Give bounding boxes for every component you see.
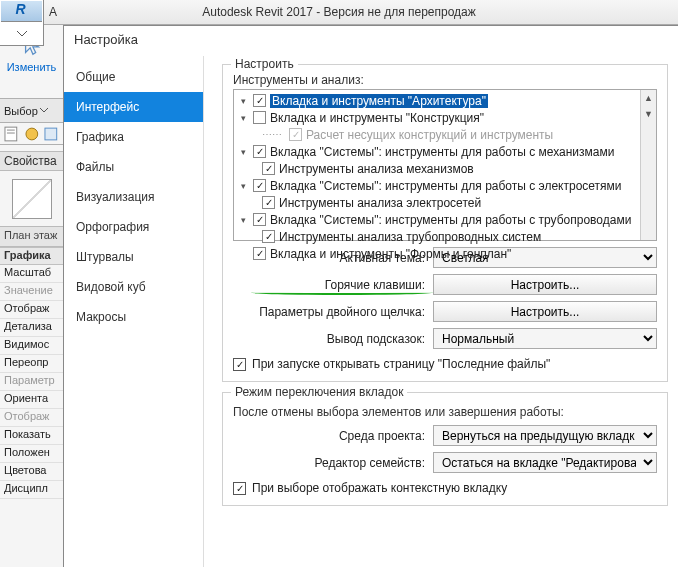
filter-icon[interactable] — [24, 126, 40, 142]
properties-table: МасштабЗначениеОтображДетализаВидимосПер… — [0, 265, 63, 499]
tooltip-select[interactable]: Нормальный — [433, 328, 657, 349]
scroll-up-icon[interactable]: ▲ — [641, 90, 656, 106]
property-row[interactable]: Отображ — [0, 409, 63, 427]
collapse-icon[interactable]: ▾ — [238, 95, 249, 106]
tree-item-label: Вкладка "Системы": инструменты для работ… — [270, 179, 622, 193]
tree-checkbox[interactable]: ✓ — [262, 196, 275, 209]
property-row[interactable]: Значение — [0, 283, 63, 301]
property-row[interactable]: Масштаб — [0, 265, 63, 283]
property-row[interactable]: Ориента — [0, 391, 63, 409]
property-row[interactable]: Отображ — [0, 301, 63, 319]
tree-item[interactable]: ▾✓Вкладка "Системы": инструменты для раб… — [234, 177, 656, 194]
tree-checkbox[interactable]: ✓ — [253, 145, 266, 158]
tree-scrollbar[interactable]: ▲ ▼ — [640, 90, 656, 240]
sidebar-item-macros[interactable]: Макросы — [64, 302, 203, 332]
tree-item-label: Вкладка и инструменты "Формы и генплан" — [270, 247, 511, 261]
properties-category[interactable]: План этаж — [0, 227, 63, 247]
family-editor-label: Редактор семейств: — [233, 456, 433, 470]
quick-toolbar — [0, 123, 63, 145]
dblclick-button[interactable]: Настроить... — [433, 301, 657, 322]
properties-thumbnail[interactable] — [0, 171, 63, 227]
property-row[interactable]: Положен — [0, 445, 63, 463]
svg-rect-0 — [5, 127, 17, 141]
group-configure: Настроить Инструменты и анализ: ▾✓Вкладк… — [222, 64, 668, 382]
shortcuts-button[interactable]: Настроить... — [433, 274, 657, 295]
dblclick-label: Параметры двойного щелчка: — [233, 305, 433, 319]
truncated-tab-letter: A — [46, 0, 60, 25]
sidebar-item-interface[interactable]: Интерфейс — [64, 92, 203, 122]
startup-checkbox[interactable]: ✓ — [233, 358, 246, 371]
tree-item-label: Инструменты анализа электросетей — [279, 196, 481, 210]
tree-checkbox[interactable]: ✓ — [253, 94, 266, 107]
context-tab-check-row[interactable]: ✓ При выборе отображать контекстную вкла… — [233, 481, 657, 495]
tree-item[interactable]: ▾Вкладка и инструменты "Конструкция" — [234, 109, 656, 126]
family-editor-select[interactable]: Остаться на вкладке "Редактирова — [433, 452, 657, 473]
floorplan-thumb-icon — [12, 179, 52, 219]
svg-point-3 — [26, 128, 38, 140]
sheet-icon[interactable] — [4, 126, 20, 142]
group-tab-switch: Режим переключения вкладок После отмены … — [222, 392, 668, 506]
title-bar: A Autodesk Revit 2017 - Версия не для пе… — [0, 0, 678, 25]
context-tab-check-label: При выборе отображать контекстную вкладк… — [252, 481, 507, 495]
project-env-select[interactable]: Вернуться на предыдущую вкладк — [433, 425, 657, 446]
tree-item-label: Вкладка и инструменты "Конструкция" — [270, 111, 484, 125]
tree-item-label: Инструменты анализа трубопроводных систе… — [279, 230, 541, 244]
tree-item[interactable]: ⋯⋯✓Расчет несущих конструкций и инструме… — [234, 126, 656, 143]
selection-label: Выбор — [4, 105, 38, 117]
tree-item-label: Вкладка "Системы": инструменты для работ… — [270, 213, 631, 227]
sidebar-item-spell[interactable]: Орфография — [64, 212, 203, 242]
ribbon-left-panel: Изменить Выбор Свойства План этаж График… — [0, 25, 64, 567]
tree-checkbox[interactable]: ✓ — [253, 247, 266, 260]
tree-item-label: Вкладка и инструменты "Архитектура" — [270, 94, 488, 108]
chevron-down-icon — [40, 108, 48, 113]
tooltip-label: Вывод подсказок: — [233, 332, 433, 346]
tools-tree[interactable]: ▾✓Вкладка и инструменты "Архитектура"▾Вк… — [233, 89, 657, 241]
property-row[interactable]: Детализа — [0, 319, 63, 337]
sidebar-item-viewcube[interactable]: Видовой куб — [64, 272, 203, 302]
tree-checkbox[interactable]: ✓ — [262, 230, 275, 243]
tree-item[interactable]: ✓Инструменты анализа электросетей — [234, 194, 656, 211]
tree-checkbox[interactable]: ✓ — [262, 162, 275, 175]
project-env-label: Среда проекта: — [233, 429, 433, 443]
property-row[interactable]: Дисципл — [0, 481, 63, 499]
tab-switch-sublabel: После отмены выбора элементов или заверш… — [233, 405, 657, 419]
sidebar-item-files[interactable]: Файлы — [64, 152, 203, 182]
collapse-icon[interactable]: ▾ — [238, 146, 249, 157]
sidebar-item-wheels[interactable]: Штурвалы — [64, 242, 203, 272]
tree-item[interactable]: ✓Вкладка и инструменты "Формы и генплан" — [234, 245, 656, 262]
property-row[interactable]: Параметр — [0, 373, 63, 391]
collapse-icon[interactable]: ▾ — [238, 112, 249, 123]
tree-item[interactable]: ✓Инструменты анализа трубопроводных сист… — [234, 228, 656, 245]
properties-group-graphics: Графика — [0, 247, 63, 265]
tree-checkbox: ✓ — [289, 128, 302, 141]
startup-check-row[interactable]: ✓ При запуске открывать страницу "Послед… — [233, 357, 657, 371]
tree-item[interactable]: ▾✓Вкладка "Системы": инструменты для раб… — [234, 211, 656, 228]
tree-checkbox[interactable] — [253, 111, 266, 124]
sidebar-item-graphics[interactable]: Графика — [64, 122, 203, 152]
sidebar-item-general[interactable]: Общие — [64, 62, 203, 92]
scroll-down-icon[interactable]: ▼ — [641, 106, 656, 122]
tree-checkbox[interactable]: ✓ — [253, 213, 266, 226]
app-menu-button[interactable] — [0, 0, 44, 46]
svg-rect-4 — [45, 128, 57, 140]
tree-checkbox[interactable]: ✓ — [253, 179, 266, 192]
collapse-icon[interactable]: ▾ — [238, 214, 249, 225]
selection-panel[interactable]: Выбор — [0, 99, 63, 123]
tree-item[interactable]: ▾✓Вкладка и инструменты "Архитектура" — [234, 92, 656, 109]
context-tab-checkbox[interactable]: ✓ — [233, 482, 246, 495]
property-row[interactable]: Показать — [0, 427, 63, 445]
properties-header: Свойства — [0, 151, 63, 171]
tools-analysis-label: Инструменты и анализ: — [233, 73, 657, 87]
tree-item[interactable]: ▾✓Вкладка "Системы": инструменты для раб… — [234, 143, 656, 160]
settings-sidebar: ОбщиеИнтерфейсГрафикаФайлыВизуализацияОр… — [64, 56, 204, 567]
property-row[interactable]: Видимос — [0, 337, 63, 355]
tree-item[interactable]: ✓Инструменты анализа механизмов — [234, 160, 656, 177]
property-row[interactable]: Цветова — [0, 463, 63, 481]
modify-label[interactable]: Изменить — [0, 61, 63, 73]
sidebar-item-vis[interactable]: Визуализация — [64, 182, 203, 212]
view-icon[interactable] — [43, 126, 59, 142]
collapse-icon[interactable]: ▾ — [238, 180, 249, 191]
startup-check-label: При запуске открывать страницу "Последни… — [252, 357, 550, 371]
tree-item-label: Расчет несущих конструкций и инструменты — [306, 128, 553, 142]
property-row[interactable]: Переопр — [0, 355, 63, 373]
